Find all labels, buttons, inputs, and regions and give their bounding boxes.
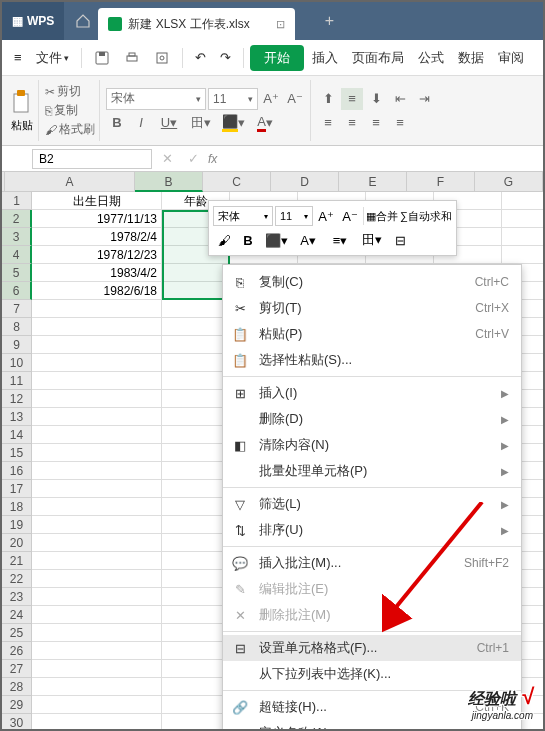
- row-header-25[interactable]: 25: [2, 624, 32, 642]
- cell-A21[interactable]: [32, 552, 162, 570]
- align-bottom-button[interactable]: ⬇: [365, 88, 387, 110]
- cell-A12[interactable]: [32, 390, 162, 408]
- paste-button[interactable]: 粘贴: [10, 88, 34, 133]
- mini-merge-button[interactable]: ▦合并: [366, 205, 398, 227]
- cell-A13[interactable]: [32, 408, 162, 426]
- cell-B17[interactable]: [162, 480, 230, 498]
- decrease-indent-button[interactable]: ⇤: [389, 88, 411, 110]
- mini-font-select[interactable]: 宋体▾: [213, 206, 273, 226]
- row-header-26[interactable]: 26: [2, 642, 32, 660]
- cell-B12[interactable]: [162, 390, 230, 408]
- cell-B20[interactable]: [162, 534, 230, 552]
- row-header-5[interactable]: 5: [2, 264, 32, 282]
- col-header-G[interactable]: G: [475, 172, 543, 192]
- cell-A15[interactable]: [32, 444, 162, 462]
- cell-B28[interactable]: [162, 678, 230, 696]
- row-header-30[interactable]: 30: [2, 714, 32, 731]
- cell-A18[interactable]: [32, 498, 162, 516]
- cell-B23[interactable]: [162, 588, 230, 606]
- menu-item[interactable]: ◧清除内容(N)▶: [223, 432, 521, 458]
- cell-B25[interactable]: [162, 624, 230, 642]
- decrease-font-button[interactable]: A⁻: [284, 88, 306, 110]
- menu-item[interactable]: 定义名称(A)...: [223, 720, 521, 731]
- home-tab-icon[interactable]: [68, 6, 98, 36]
- cell-A17[interactable]: [32, 480, 162, 498]
- row-header-10[interactable]: 10: [2, 354, 32, 372]
- menu-item[interactable]: ⊞插入(I)▶: [223, 380, 521, 406]
- cell-A5[interactable]: 1983/4/2: [32, 264, 162, 282]
- cell-B10[interactable]: [162, 354, 230, 372]
- row-header-22[interactable]: 22: [2, 570, 32, 588]
- menu-item[interactable]: 删除(D)▶: [223, 406, 521, 432]
- mini-decrease-font[interactable]: A⁻: [339, 205, 361, 227]
- align-top-button[interactable]: ⬆: [317, 88, 339, 110]
- col-header-E[interactable]: E: [339, 172, 407, 192]
- cell-B18[interactable]: [162, 498, 230, 516]
- row-header-11[interactable]: 11: [2, 372, 32, 390]
- cell-B26[interactable]: [162, 642, 230, 660]
- cell-A25[interactable]: [32, 624, 162, 642]
- align-left-button[interactable]: ≡: [317, 112, 339, 134]
- mini-unmerge[interactable]: ⊟: [389, 229, 411, 251]
- row-header-27[interactable]: 27: [2, 660, 32, 678]
- undo-button[interactable]: ↶: [189, 46, 212, 69]
- row-header-23[interactable]: 23: [2, 588, 32, 606]
- cell-B11[interactable]: [162, 372, 230, 390]
- align-justify-button[interactable]: ≡: [389, 112, 411, 134]
- row-header-12[interactable]: 12: [2, 390, 32, 408]
- cell-A29[interactable]: [32, 696, 162, 714]
- col-header-B[interactable]: B: [135, 172, 203, 192]
- fill-color-button[interactable]: ⬛▾: [218, 112, 248, 134]
- print-button[interactable]: [118, 46, 146, 70]
- row-header-4[interactable]: 4: [2, 246, 32, 264]
- row-header-6[interactable]: 6: [2, 282, 32, 300]
- cell-A1[interactable]: 出生日期: [32, 192, 162, 210]
- align-middle-button[interactable]: ≡: [341, 88, 363, 110]
- row-header-24[interactable]: 24: [2, 606, 32, 624]
- cell-B29[interactable]: [162, 696, 230, 714]
- file-tab[interactable]: 新建 XLSX 工作表.xlsx ⊡: [98, 8, 294, 40]
- cell-A9[interactable]: [32, 336, 162, 354]
- cell-A10[interactable]: [32, 354, 162, 372]
- align-center-button[interactable]: ≡: [341, 112, 363, 134]
- mini-bold[interactable]: B: [237, 229, 259, 251]
- font-name-select[interactable]: 宋体▾: [106, 88, 206, 110]
- col-header-C[interactable]: C: [203, 172, 271, 192]
- cell-A26[interactable]: [32, 642, 162, 660]
- menu-item[interactable]: ✂剪切(T)Ctrl+X: [223, 295, 521, 321]
- cell-B5[interactable]: [162, 264, 230, 282]
- cell-A4[interactable]: 1978/12/23: [32, 246, 162, 264]
- increase-indent-button[interactable]: ⇥: [413, 88, 435, 110]
- mini-autosum-button[interactable]: ∑自动求和: [400, 205, 452, 227]
- cell-B27[interactable]: [162, 660, 230, 678]
- menu-item[interactable]: 💬插入批注(M)...Shift+F2: [223, 550, 521, 576]
- cell-B9[interactable]: [162, 336, 230, 354]
- menu-item[interactable]: 批量处理单元格(P)▶: [223, 458, 521, 484]
- cell-B24[interactable]: [162, 606, 230, 624]
- mini-font-color[interactable]: A▾: [293, 229, 323, 251]
- tab-insert[interactable]: 插入: [306, 45, 344, 71]
- row-header-21[interactable]: 21: [2, 552, 32, 570]
- mini-size-select[interactable]: 11▾: [275, 206, 313, 226]
- fx-icon[interactable]: fx: [208, 152, 217, 166]
- font-size-select[interactable]: 11▾: [208, 88, 258, 110]
- row-header-1[interactable]: 1: [2, 192, 32, 210]
- name-box[interactable]: B2: [32, 149, 152, 169]
- menu-item[interactable]: 📋选择性粘贴(S)...: [223, 347, 521, 373]
- tab-review[interactable]: 审阅: [492, 45, 530, 71]
- col-header-D[interactable]: D: [271, 172, 339, 192]
- confirm-icon[interactable]: ✓: [182, 148, 204, 170]
- cell-B16[interactable]: [162, 462, 230, 480]
- cell-A20[interactable]: [32, 534, 162, 552]
- cell-A11[interactable]: [32, 372, 162, 390]
- row-header-20[interactable]: 20: [2, 534, 32, 552]
- font-color-button[interactable]: A▾: [250, 112, 280, 134]
- mini-align[interactable]: ≡▾: [325, 229, 355, 251]
- cell-B8[interactable]: [162, 318, 230, 336]
- row-header-8[interactable]: 8: [2, 318, 32, 336]
- cell-B15[interactable]: [162, 444, 230, 462]
- cell-B13[interactable]: [162, 408, 230, 426]
- menu-item[interactable]: 📋粘贴(P)Ctrl+V: [223, 321, 521, 347]
- row-header-18[interactable]: 18: [2, 498, 32, 516]
- cut-button[interactable]: ✂ 剪切: [45, 83, 95, 100]
